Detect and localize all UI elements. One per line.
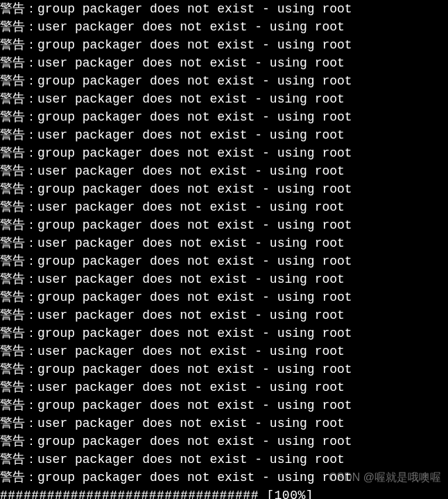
progress-bar: ################################# [100%] [0, 487, 448, 499]
warning-line: 警告：group packager does not exist - using… [0, 252, 448, 270]
warning-line: 警告：group packager does not exist - using… [0, 0, 448, 18]
warning-line: 警告：group packager does not exist - using… [0, 36, 448, 54]
warning-line: 警告：group packager does not exist - using… [0, 324, 448, 342]
warning-line: 警告：user packager does not exist - using … [0, 414, 448, 432]
warning-line: 警告：user packager does not exist - using … [0, 342, 448, 360]
warning-line: 警告：user packager does not exist - using … [0, 54, 448, 72]
warning-line: 警告：user packager does not exist - using … [0, 306, 448, 324]
warning-line: 警告：user packager does not exist - using … [0, 162, 448, 180]
warning-line: 警告：group packager does not exist - using… [0, 288, 448, 306]
warning-line: 警告：user packager does not exist - using … [0, 234, 448, 252]
warning-lines: 警告：group packager does not exist - using… [0, 0, 448, 487]
warning-line: 警告：group packager does not exist - using… [0, 72, 448, 90]
warning-line: 警告：user packager does not exist - using … [0, 90, 448, 108]
warning-line: 警告：group packager does not exist - using… [0, 360, 448, 378]
warning-line: 警告：group packager does not exist - using… [0, 432, 448, 450]
warning-line: 警告：group packager does not exist - using… [0, 108, 448, 126]
warning-line: 警告：group packager does not exist - using… [0, 144, 448, 162]
warning-line: 警告：user packager does not exist - using … [0, 18, 448, 36]
warning-line: 警告：group packager does not exist - using… [0, 396, 448, 414]
warning-line: 警告：user packager does not exist - using … [0, 198, 448, 216]
terminal-output: 警告：group packager does not exist - using… [0, 0, 448, 499]
warning-line: 警告：group packager does not exist - using… [0, 216, 448, 234]
warning-line: 警告：group packager does not exist - using… [0, 180, 448, 198]
warning-line: 警告：user packager does not exist - using … [0, 378, 448, 396]
warning-line: 警告：user packager does not exist - using … [0, 270, 448, 288]
warning-line: 警告：user packager does not exist - using … [0, 126, 448, 144]
warning-line: 警告：user packager does not exist - using … [0, 450, 448, 469]
warning-line: 警告：group packager does not exist - using… [0, 469, 448, 487]
